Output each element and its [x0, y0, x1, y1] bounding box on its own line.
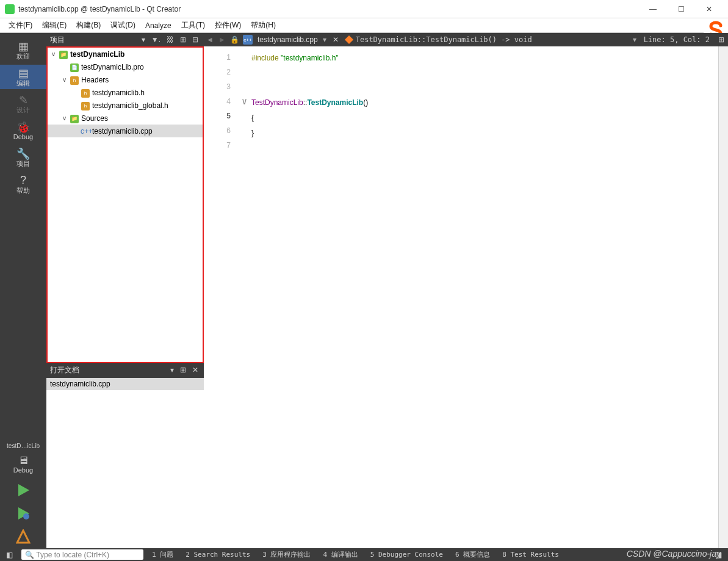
output-search[interactable]: 2 Search Results [182, 551, 254, 559]
chevron-icon[interactable]: ∨ [62, 115, 70, 121]
menu-help[interactable]: 帮助(H) [246, 19, 281, 32]
minimize-button[interactable]: — [639, 0, 667, 18]
maximize-button[interactable]: ☐ [667, 0, 695, 18]
open-docs-dropdown-icon[interactable]: ▾ [168, 366, 176, 374]
file-icon: c++ [81, 127, 90, 136]
tree-item-label: testdynamiclib_global.h [92, 101, 168, 110]
run-button[interactable] [13, 480, 34, 501]
filename-dropdown-icon[interactable]: ▾ [320, 35, 329, 44]
search-icon: 🔍 [25, 551, 34, 559]
kit-selector-label[interactable]: testD…icLib [7, 443, 40, 449]
tree-item[interactable]: htestdynamiclib_global.h [48, 99, 203, 112]
lock-icon[interactable]: 🔒 [228, 35, 240, 44]
nav-fwd-icon[interactable]: ► [216, 35, 228, 44]
menu-file[interactable]: 文件(F) [4, 19, 37, 32]
open-docs-split-icon[interactable]: ⊞ [178, 366, 188, 374]
link-icon[interactable]: ⛓ [165, 35, 176, 44]
mode-help[interactable]: ?帮助 [0, 172, 46, 197]
line-gutter: 1234567 [204, 46, 242, 548]
breadcrumb-diamond-icon [345, 35, 353, 44]
svg-marker-4 [17, 530, 29, 543]
locator-input[interactable]: 🔍 Type to locate (Ctrl+K) [21, 549, 143, 560]
window-title: testdynamiclib.cpp @ testDynamicLib - Qt… [18, 5, 639, 13]
open-doc-item[interactable]: testdynamiclib.cpp [46, 378, 204, 390]
editor-filename[interactable]: testdynamiclib.cpp [255, 35, 320, 44]
mode-design[interactable]: ✎设计 [0, 92, 46, 116]
menubar: 文件(F) 编辑(E) 构建(B) 调试(D) Analyze 工具(T) 控件… [0, 18, 728, 33]
file-icon: h [70, 75, 79, 85]
tree-item[interactable]: c++testdynamiclib.cpp [48, 125, 203, 137]
editor-close-icon[interactable]: ✕ [329, 35, 342, 44]
menu-edit[interactable]: 编辑(E) [37, 19, 71, 32]
code-content[interactable]: #include "testdynamiclib.h" TestDynamicL… [249, 46, 718, 548]
tree-item[interactable]: ∨hHeaders [48, 73, 203, 86]
menu-debug[interactable]: 调试(D) [106, 19, 140, 32]
svg-marker-1 [18, 484, 29, 496]
editor-toolbar: ◄ ► 🔒 c++ testdynamiclib.cpp ▾ ✕ TestDyn… [204, 33, 728, 46]
qt-icon [5, 4, 15, 14]
filter-icon[interactable]: ▼. [150, 35, 162, 44]
toggle-output-icon[interactable]: ◨ [712, 551, 726, 559]
cursor-position: Line: 5, Col: 2 [639, 35, 715, 44]
close-button[interactable]: ✕ [695, 0, 723, 18]
tree-item-label: Sources [81, 114, 108, 123]
menu-analyze[interactable]: Analyze [140, 19, 176, 32]
open-docs-close-icon[interactable]: ✕ [190, 366, 200, 374]
tree-item-label: testDynamicLib [70, 50, 124, 59]
project-panel-header: 项目 ▾ ▼. ⛓ ⊞ ⊟ [46, 33, 204, 46]
output-appoutput[interactable]: 3 应用程序输出 [259, 550, 314, 559]
split-editor-icon[interactable]: ⊞ [715, 35, 728, 44]
file-icon: 📁 [70, 114, 79, 123]
open-docs-header: 打开文档 ▾ ⊞ ✕ [46, 363, 204, 377]
side-panel: 项目 ▾ ▼. ⛓ ⊞ ⊟ ∨📁testDynamicLib📄testDynam… [46, 33, 204, 548]
mode-edit[interactable]: ▤编辑 [0, 65, 46, 89]
split-icon[interactable]: ⊞ [178, 35, 188, 44]
menu-build[interactable]: 构建(B) [71, 19, 106, 32]
output-compile[interactable]: 4 编译输出 [319, 550, 361, 559]
tree-item-label: testdynamiclib.h [92, 89, 145, 97]
menu-widgets[interactable]: 控件(W) [210, 19, 246, 32]
output-issues[interactable]: 1 问题 [148, 550, 177, 559]
vertical-scrollbar[interactable] [718, 46, 728, 548]
tree-item-label: testDynamicLib.pro [81, 63, 144, 71]
locator-placeholder: Type to locate (Ctrl+K) [36, 551, 109, 559]
kit-selector[interactable]: 🖥Debug [0, 452, 46, 476]
editor-area: ◄ ► 🔒 c++ testdynamiclib.cpp ▾ ✕ TestDyn… [204, 33, 728, 548]
mode-welcome[interactable]: ▦欢迎 [0, 38, 46, 62]
tree-item-label: testdynamiclib.cpp [92, 127, 153, 136]
tree-item[interactable]: ∨📁Sources [48, 112, 203, 125]
tree-item[interactable]: htestdynamiclib.h [48, 86, 203, 99]
project-tree[interactable]: ∨📁testDynamicLib📄testDynamicLib.pro∨hHea… [46, 46, 204, 363]
menu-tools[interactable]: 工具(T) [176, 19, 210, 32]
panel-dropdown-icon[interactable]: ▾ [140, 35, 147, 44]
file-icon: h [81, 88, 90, 98]
tree-item[interactable]: ∨📁testDynamicLib [48, 48, 203, 60]
debug-run-button[interactable] [13, 503, 34, 524]
mode-debug[interactable]: 🐞Debug [0, 118, 46, 143]
status-bar: ◧ 🔍 Type to locate (Ctrl+K) 1 问题 2 Searc… [0, 548, 728, 561]
collapse-icon[interactable]: ⊟ [190, 35, 200, 44]
output-debugger[interactable]: 5 Debugger Console [367, 551, 447, 559]
output-general[interactable]: 6 概要信息 [452, 550, 494, 559]
code-editor[interactable]: 1234567 ∨ #include "testdynamiclib.h" Te… [204, 46, 728, 548]
cpp-file-icon: c++ [243, 35, 253, 45]
breadcrumb-dropdown-icon[interactable]: ▾ [630, 35, 639, 44]
chevron-icon[interactable]: ∨ [51, 51, 59, 57]
fold-column[interactable]: ∨ [242, 46, 249, 548]
svg-point-3 [23, 513, 29, 519]
chevron-icon[interactable]: ∨ [62, 76, 70, 83]
project-panel-title: 项目 [50, 35, 137, 45]
toggle-sidepanel-icon[interactable]: ◧ [2, 551, 16, 559]
mode-bar: ▦欢迎 ▤编辑 ✎设计 🐞Debug 🔧项目 ?帮助 testD…icLib 🖥… [0, 33, 46, 548]
tree-item[interactable]: 📄testDynamicLib.pro [48, 60, 203, 73]
file-icon: 📁 [59, 49, 68, 59]
symbol-breadcrumb[interactable]: TestDynamicLib::TestDynamicLib() -> void [356, 35, 630, 44]
file-icon: 📄 [70, 62, 79, 72]
output-test[interactable]: 8 Test Results [499, 551, 563, 559]
build-button[interactable] [13, 526, 34, 547]
open-docs-title: 打开文档 [50, 365, 166, 375]
window-titlebar: testdynamiclib.cpp @ testDynamicLib - Qt… [0, 0, 728, 18]
file-icon: h [81, 101, 90, 110]
nav-back-icon[interactable]: ◄ [204, 35, 216, 44]
mode-project[interactable]: 🔧项目 [0, 145, 46, 170]
